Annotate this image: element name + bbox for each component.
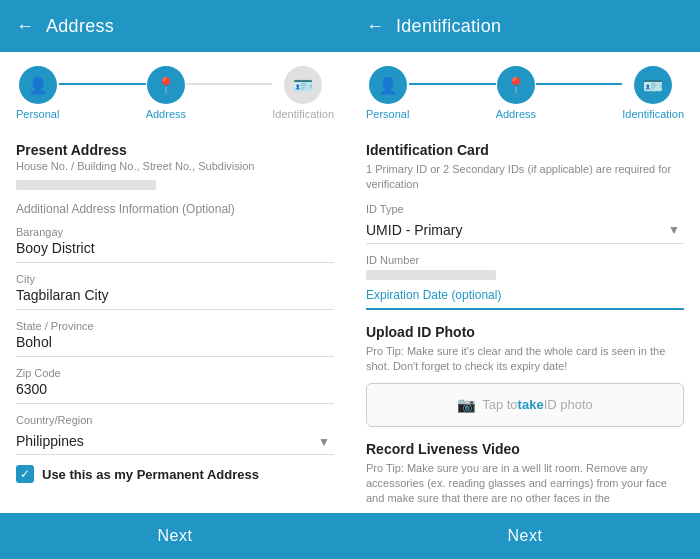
address-content: Present Address House No. / Building No.…	[0, 128, 350, 513]
upload-btn-text: Tap to	[482, 397, 517, 412]
checkbox-icon: ✓	[16, 465, 34, 483]
upload-tip: Pro Tip: Make sure it's clear and the wh…	[366, 344, 684, 375]
id-step-address: 📍 Address	[496, 66, 536, 120]
id-step-id: 🪪 Identification	[622, 66, 684, 120]
city-value: Tagbilaran City	[16, 287, 334, 310]
city-label: City	[16, 273, 334, 285]
zip-value: 6300	[16, 381, 334, 404]
id-card-desc: 1 Primary ID or 2 Secondary IDs (if appl…	[366, 162, 684, 193]
liveness-section: Record Liveness Video Pro Tip: Make sure…	[366, 441, 684, 507]
step-personal: 👤 Personal	[16, 66, 59, 120]
zip-label: Zip Code	[16, 367, 334, 379]
check-icon: ✓	[20, 467, 30, 481]
step-id-label: Identification	[272, 108, 334, 120]
step-personal-label: Personal	[16, 108, 59, 120]
address-stepper: 👤 Personal 📍 Address 🪪 Identification	[0, 52, 350, 128]
back-icon[interactable]: ←	[16, 16, 34, 37]
state-value: Bohol	[16, 334, 334, 357]
step-address: 📍 Address	[146, 66, 186, 120]
id-step-address-label: Address	[496, 108, 536, 120]
step-personal-circle: 👤	[19, 66, 57, 104]
id-number-label: ID Number	[366, 254, 684, 266]
address-next-button[interactable]: Next	[0, 513, 350, 559]
step-address-circle: 📍	[147, 66, 185, 104]
id-type-label: ID Type	[366, 203, 684, 215]
country-select-wrapper: Philippines ▼	[16, 428, 334, 455]
step-address-label: Address	[146, 108, 186, 120]
country-select[interactable]: Philippines	[16, 428, 334, 455]
address-title: Address	[46, 16, 114, 37]
id-title: Identification	[396, 16, 501, 37]
checkbox-label: Use this as my Permanent Address	[42, 467, 259, 482]
address-panel: ← Address 👤 Personal 📍 Address 🪪 Identif…	[0, 0, 350, 559]
liveness-title: Record Liveness Video	[366, 441, 684, 457]
id-content: Identification Card 1 Primary ID or 2 Se…	[350, 128, 700, 513]
id-header: ← Identification	[350, 0, 700, 52]
step-id-circle: 🪪	[284, 66, 322, 104]
id-type-select[interactable]: UMID - Primary	[366, 217, 684, 244]
expiry-link[interactable]: Expiration Date (optional)	[366, 288, 684, 310]
id-number-bar	[366, 270, 496, 280]
id-step-id-label: Identification	[622, 108, 684, 120]
permanent-address-row[interactable]: ✓ Use this as my Permanent Address	[16, 465, 334, 483]
upload-section: Upload ID Photo Pro Tip: Make sure it's …	[366, 324, 684, 427]
id-step-personal-label: Personal	[366, 108, 409, 120]
liveness-tip: Pro Tip: Make sure you are in a well lit…	[366, 461, 684, 507]
id-back-icon[interactable]: ←	[366, 16, 384, 37]
step-line-2	[186, 83, 272, 85]
present-address-title: Present Address	[16, 142, 334, 158]
id-step-id-circle: 🪪	[634, 66, 672, 104]
id-stepper: 👤 Personal 📍 Address 🪪 Identification	[350, 52, 700, 128]
upload-photo-button[interactable]: 📷 Tap to take ID photo	[366, 383, 684, 427]
address-input-bar	[16, 180, 156, 190]
id-step-line-1	[409, 83, 495, 85]
id-card-title: Identification Card	[366, 142, 684, 158]
state-label: State / Province	[16, 320, 334, 332]
upload-btn-suffix: ID photo	[544, 397, 593, 412]
barangay-value: Booy District	[16, 240, 334, 263]
additional-label: Additional Address Information (Optional…	[16, 202, 334, 216]
barangay-label: Barangay	[16, 226, 334, 238]
step-identification: 🪪 Identification	[272, 66, 334, 120]
id-step-address-circle: 📍	[497, 66, 535, 104]
step-line-1	[59, 83, 145, 85]
address-header: ← Address	[0, 0, 350, 52]
identification-panel: ← Identification 👤 Personal 📍 Address 🪪 …	[350, 0, 700, 559]
present-address-subtitle: House No. / Building No., Street No., Su…	[16, 160, 334, 172]
id-type-select-wrapper: UMID - Primary ▼	[366, 217, 684, 244]
country-label: Country/Region	[16, 414, 334, 426]
camera-icon: 📷	[457, 396, 476, 414]
id-step-personal-circle: 👤	[369, 66, 407, 104]
id-next-button[interactable]: Next	[350, 513, 700, 559]
id-step-line-2	[536, 83, 622, 85]
id-step-personal: 👤 Personal	[366, 66, 409, 120]
upload-title: Upload ID Photo	[366, 324, 684, 340]
upload-btn-take: take	[518, 397, 544, 412]
